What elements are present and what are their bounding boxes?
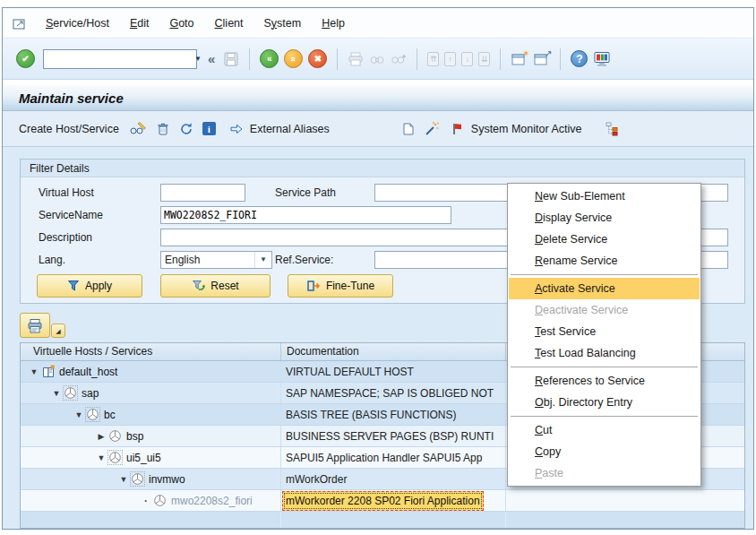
system-menu-icon[interactable] (10, 15, 30, 31)
command-field[interactable]: ▼ (43, 49, 197, 69)
column-header-documentation: Documentation (281, 343, 506, 360)
back-icon[interactable]: « (260, 49, 279, 68)
command-input[interactable] (44, 51, 190, 67)
context-menu-separator (511, 274, 698, 275)
refresh-icon[interactable] (179, 122, 193, 136)
context-menu-item-references-to-service[interactable]: References to Service (509, 370, 700, 392)
context-menu-item-test-load-balancing[interactable]: Test Load Balancing (509, 342, 700, 364)
previous-page-icon[interactable]: ↑ (444, 52, 456, 66)
apply-button[interactable]: Apply (37, 274, 142, 298)
selected-documentation-cell[interactable]: mWorkorder 2208 SP02 Fiori Application (282, 491, 484, 511)
context-menu-item-rename-service[interactable]: Rename Service (509, 250, 700, 272)
table-row-mwo2208s2_fiori[interactable]: ·mwo2208s2_fiorimWorkorder 2208 SP02 Fio… (21, 490, 744, 512)
service-name-text: invmwo (149, 473, 185, 486)
display-change-icon[interactable] (129, 121, 147, 136)
delete-icon[interactable] (156, 122, 170, 136)
last-page-icon[interactable]: ⇊ (478, 52, 490, 66)
virtual-host-input[interactable] (160, 184, 245, 202)
toolbar-separator (417, 48, 417, 70)
menu-bar: Service/HostEditGotoClientSystemHelp (3, 8, 753, 39)
collapse-arrow-icon[interactable]: ▼ (73, 410, 85, 419)
arrow-up-right-icon: ↗ (545, 48, 552, 58)
service-name-text: bsp (126, 430, 143, 443)
service-icon (107, 450, 123, 465)
new-session-icon[interactable]: ✶ (511, 51, 528, 67)
context-menu-item-test-service[interactable]: Test Service (509, 321, 700, 342)
context-menu-item-cut[interactable]: Cut (509, 419, 700, 441)
service-name-input[interactable] (160, 206, 451, 224)
collapse-arrow-icon[interactable]: ▼ (50, 389, 63, 398)
hierarchy-icon[interactable] (605, 121, 621, 136)
menu-goto[interactable]: Goto (162, 14, 201, 32)
save-icon[interactable] (223, 51, 239, 67)
chevron-down-icon[interactable]: ▼ (190, 55, 206, 63)
service-icon (85, 407, 100, 422)
note-icon[interactable] (400, 122, 415, 136)
next-page-icon[interactable]: ↓ (461, 52, 473, 66)
sap-gui-window: Service/HostEditGotoClientSystemHelp ✔ ▼… (0, 0, 756, 535)
collapse-arrow-icon[interactable]: ▼ (28, 367, 40, 376)
find-next-icon[interactable] (391, 52, 407, 66)
documentation-cell[interactable]: BUSINESS SERVER PAGES (BSP) RUNTI (281, 426, 506, 446)
create-shortcut-icon[interactable]: ↗ (533, 51, 550, 67)
menu-bar-items: Service/HostEditGotoClientSystemHelp (39, 14, 358, 32)
menu-system[interactable]: System (257, 14, 309, 32)
context-menu-item-obj-directory-entry[interactable]: Obj. Directory Entry (509, 392, 700, 413)
customize-layout-icon[interactable] (593, 51, 611, 67)
exit-icon[interactable]: ✖ (308, 49, 327, 68)
enter-icon[interactable]: ✔ (16, 49, 35, 68)
menu-service-host[interactable]: Service/Host (39, 14, 116, 32)
menu-help[interactable]: Help (314, 14, 352, 32)
printer-icon (26, 317, 44, 334)
flag-icon (451, 122, 465, 136)
context-menu-separator (511, 367, 698, 367)
documentation-cell[interactable]: SAP NAMESPACE; SAP IS OBLIGED NOT (281, 383, 506, 403)
fine-tune-button[interactable]: Fine-Tune (288, 274, 393, 298)
service-icon (63, 385, 78, 401)
create-host-service-button[interactable]: Create Host/Service (13, 120, 125, 138)
filter-reset-icon (192, 280, 205, 292)
documentation-cell[interactable]: mWorkOrder (281, 469, 506, 489)
service-name-text: default_host (59, 366, 117, 378)
toolbar-separator (500, 48, 501, 70)
context-menu-item-new-sub-element[interactable]: New Sub-Element (509, 186, 700, 207)
help-icon[interactable]: ? (571, 50, 588, 67)
wizard-wand-icon[interactable] (424, 121, 440, 136)
menu-edit[interactable]: Edit (123, 14, 157, 32)
info-icon[interactable]: i (202, 122, 216, 135)
star-icon: ✶ (522, 48, 529, 58)
reset-button[interactable]: Reset (160, 274, 271, 298)
page-up-exit-icon[interactable]: « (284, 49, 303, 68)
first-page-icon[interactable]: ⇈ (427, 52, 439, 66)
expand-arrow-icon[interactable]: ▶ (95, 432, 107, 441)
documentation-cell[interactable]: VIRTUAL DEFAULT HOST (281, 361, 506, 382)
application-toolbar: Create Host/Service i External Aliases (3, 111, 753, 147)
documentation-cell[interactable]: mWorkorder 2208 SP02 Fiori Application (281, 490, 506, 511)
print-button[interactable] (20, 313, 50, 338)
chevron-down-icon[interactable]: ▼ (254, 252, 271, 268)
context-menu-item-delete-service[interactable]: Delete Service (509, 229, 700, 250)
collapse-arrow-icon[interactable]: ▼ (117, 475, 130, 484)
system-monitor-active-button[interactable]: System Monitor Active (471, 123, 582, 135)
documentation-cell[interactable]: BASIS TREE (BASIS FUNCTIONS) (281, 404, 506, 425)
context-menu-item-activate-service[interactable]: Activate Service (509, 278, 700, 299)
lang-value: English (161, 254, 254, 266)
filter-icon (67, 280, 80, 292)
collapse-toolbar-icon[interactable]: « (208, 51, 215, 66)
find-icon[interactable] (369, 52, 385, 66)
print-icon[interactable] (348, 51, 364, 67)
print-options-dropdown-button[interactable]: ◢ (51, 324, 65, 338)
collapse-arrow-icon[interactable]: ▼ (95, 453, 107, 462)
lang-dropdown[interactable]: English ▼ (160, 251, 272, 269)
context-menu: New Sub-ElementDisplay ServiceDelete Ser… (507, 183, 701, 487)
external-aliases-arrow-icon[interactable] (229, 122, 244, 136)
context-menu-item-display-service[interactable]: Display Service (509, 207, 700, 229)
external-aliases-button[interactable]: External Aliases (250, 123, 330, 135)
context-menu-item-copy[interactable]: Copy (509, 441, 700, 462)
page-title: Maintain service (19, 91, 124, 106)
service-name-text: ui5_ui5 (126, 452, 161, 464)
menu-client[interactable]: Client (208, 14, 251, 32)
documentation-cell[interactable]: SAPUI5 Application Handler SAPUI5 App (281, 447, 506, 468)
context-menu-separator (511, 416, 698, 417)
virtual-host-label: Virtual Host (39, 186, 160, 199)
